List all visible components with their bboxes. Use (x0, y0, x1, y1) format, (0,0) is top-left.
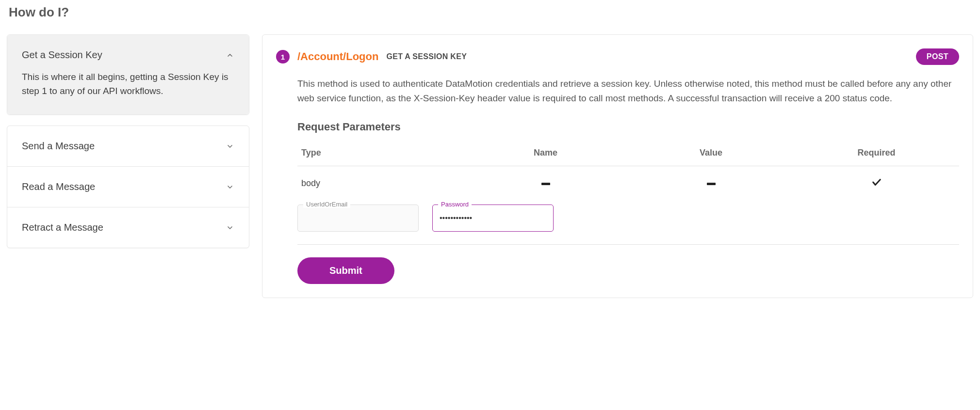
accordion-panel-send-message: Send a Message (7, 126, 249, 166)
accordion-label: Send a Message (22, 141, 95, 152)
accordion-label: Get a Session Key (22, 49, 102, 61)
dash-icon (540, 179, 551, 189)
api-panel: 1 /Account/Logon GET A SESSION KEY POST … (262, 34, 973, 298)
accordion-panel-read-message: Read a Message (7, 166, 249, 207)
accordion-label: Retract a Message (22, 222, 103, 233)
step-badge: 1 (276, 50, 290, 63)
endpoint-path: /Account/Logon (297, 50, 378, 63)
accordion-group-expanded: Get a Session Key This is where it all b… (7, 34, 249, 115)
accordion-body: This is where it all begins, getting a S… (7, 70, 249, 114)
chevron-down-icon (226, 223, 234, 232)
chevron-up-icon (226, 51, 234, 60)
params-header-row: Type Name Value Required (297, 142, 959, 166)
submit-button[interactable]: Submit (297, 257, 394, 284)
col-value: Value (628, 142, 794, 166)
params-table: Type Name Value Required body (297, 142, 959, 201)
dash-icon (706, 179, 717, 189)
cell-required (794, 166, 959, 201)
endpoint-description: This method is used to authenticate Data… (297, 77, 959, 106)
endpoint-subtitle: GET A SESSION KEY (386, 52, 467, 61)
cell-value (628, 166, 794, 201)
table-row: body (297, 166, 959, 201)
accordion-group-collapsed: Send a Message Read a Message Retract a … (7, 126, 249, 248)
request-params-heading: Request Parameters (297, 121, 959, 133)
userid-label: UserIdOrEmail (303, 201, 350, 208)
form-row: UserIdOrEmail Password (297, 201, 959, 245)
cell-type: body (297, 166, 463, 201)
col-required: Required (794, 142, 959, 166)
col-name: Name (463, 142, 628, 166)
page-title: How do I? (7, 5, 973, 20)
userid-field: UserIdOrEmail (297, 205, 419, 232)
accordion-header-session-key[interactable]: Get a Session Key (7, 35, 249, 70)
cell-name (463, 166, 628, 201)
chevron-down-icon (226, 183, 234, 191)
accordion-header-retract-message[interactable]: Retract a Message (7, 207, 249, 248)
sidebar: Get a Session Key This is where it all b… (7, 34, 249, 248)
col-type: Type (297, 142, 463, 166)
accordion-header-read-message[interactable]: Read a Message (7, 167, 249, 207)
accordion-header-send-message[interactable]: Send a Message (7, 126, 249, 166)
api-header: 1 /Account/Logon GET A SESSION KEY POST (276, 48, 959, 65)
password-input[interactable] (432, 205, 554, 232)
password-field: Password (432, 205, 554, 232)
http-method-pill: POST (916, 48, 959, 65)
chevron-down-icon (226, 142, 234, 151)
accordion-panel-session-key: Get a Session Key This is where it all b… (7, 35, 249, 114)
accordion-label: Read a Message (22, 181, 95, 192)
userid-input[interactable] (297, 205, 419, 232)
password-label: Password (438, 201, 472, 208)
check-icon (871, 177, 882, 188)
accordion-panel-retract-message: Retract a Message (7, 207, 249, 248)
